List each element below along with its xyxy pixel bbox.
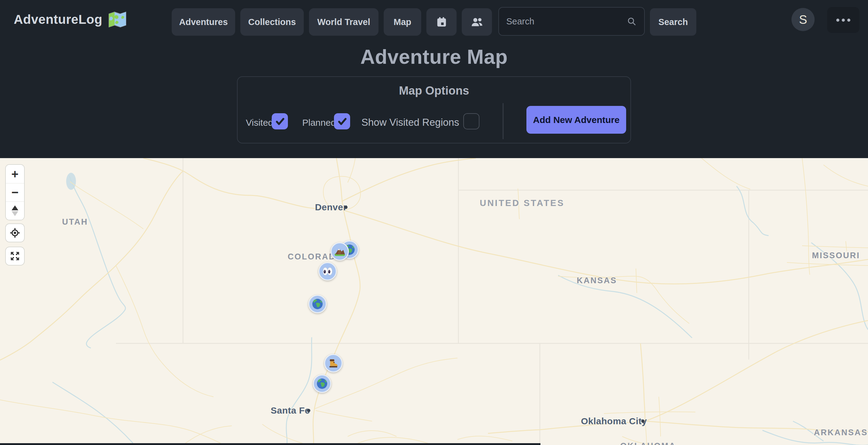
- zoom-control-group: + −: [5, 164, 25, 220]
- calendar-icon: [436, 16, 448, 28]
- water-layer: [53, 173, 868, 445]
- shared-users-button[interactable]: [462, 8, 492, 36]
- globe-icon: [312, 298, 323, 310]
- mountain-icon: [334, 246, 346, 257]
- ellipsis-icon: [836, 19, 839, 22]
- fullscreen-button[interactable]: [5, 247, 25, 266]
- geolocate-button[interactable]: [5, 224, 25, 242]
- state-label-missouri: MISSOURI: [812, 251, 860, 260]
- add-new-adventure-button[interactable]: Add New Adventure: [526, 106, 626, 134]
- footer-edge: [0, 443, 540, 445]
- marker-globe-2[interactable]: [308, 295, 327, 313]
- show-regions-checkbox[interactable]: [463, 113, 479, 129]
- marker-mountain[interactable]: [331, 242, 349, 261]
- nav-map[interactable]: Map: [384, 8, 421, 36]
- pitch-toggle-icon: [11, 205, 18, 216]
- search-icon: [626, 16, 637, 27]
- app-logo[interactable]: AdventureLog: [14, 0, 127, 39]
- avatar-initial: S: [799, 13, 807, 27]
- users-icon: [470, 15, 484, 29]
- search-button[interactable]: Search: [650, 8, 696, 36]
- nav-collections[interactable]: Collections: [240, 8, 304, 36]
- city-label-santa-fe: Santa Fe: [271, 405, 310, 416]
- app-name: AdventureLog: [14, 12, 102, 27]
- top-navbar: AdventureLog Adventures Collections Worl…: [0, 0, 868, 39]
- calendar-button[interactable]: [426, 8, 457, 36]
- zoom-out-button[interactable]: −: [6, 183, 24, 202]
- pitch-toggle-button[interactable]: [6, 202, 24, 220]
- visited-toggle-label: Visited: [246, 118, 273, 128]
- show-regions-toggle-label: Show Visited Regions: [362, 117, 459, 128]
- hiking-boot-icon: [328, 357, 339, 369]
- state-label-kansas: KANSAS: [577, 276, 617, 286]
- check-icon: [337, 116, 347, 127]
- page-title: Adventure Map: [0, 45, 868, 68]
- planned-toggle-label: Planned: [302, 118, 336, 128]
- country-label-united-states: UNITED STATES: [480, 198, 564, 208]
- state-label-arkansas: ARKANSAS: [814, 428, 868, 437]
- planned-checkbox[interactable]: [334, 113, 350, 129]
- check-icon: [275, 116, 285, 127]
- city-label-denver: Denver: [315, 202, 347, 212]
- city-dot-santa-fe: [307, 409, 310, 412]
- map-canvas[interactable]: UTAH COLORADO KANSAS MISSOURI OKLAHOMA A…: [0, 158, 868, 445]
- map-options-card: Map Options Visited Planned Show Visited…: [237, 76, 631, 144]
- state-label-utah: UTAH: [62, 217, 88, 227]
- state-label-oklahoma: OKLAHOMA: [620, 441, 676, 445]
- world-map-icon: [108, 11, 127, 28]
- nav-collections-label: Collections: [248, 17, 296, 27]
- fullscreen-icon: [9, 250, 21, 262]
- geolocate-icon: [9, 227, 21, 238]
- nav-adventures-label: Adventures: [179, 17, 228, 27]
- map-options-title: Map Options: [238, 84, 630, 97]
- more-menu-button[interactable]: [827, 7, 860, 33]
- nav-map-label: Map: [394, 17, 411, 27]
- search-input[interactable]: [506, 17, 626, 27]
- marker-globe-3[interactable]: [313, 375, 331, 393]
- zoom-in-button[interactable]: +: [6, 165, 24, 183]
- globe-icon: [316, 378, 328, 389]
- city-dot-oklahoma-city: [641, 420, 645, 423]
- basemap-layer: [0, 158, 868, 445]
- city-label-oklahoma-city: Oklahoma City: [581, 416, 647, 426]
- nav-world-travel-label: World Travel: [317, 17, 370, 27]
- marker-eyes[interactable]: [318, 262, 337, 280]
- nav-world-travel[interactable]: World Travel: [309, 8, 378, 36]
- marker-boot[interactable]: [324, 354, 342, 373]
- nav-adventures[interactable]: Adventures: [172, 8, 235, 36]
- eyes-icon: [322, 266, 333, 277]
- adventurelog-app: AdventureLog Adventures Collections Worl…: [0, 0, 868, 445]
- search-box: [498, 7, 645, 36]
- roads-layer: [0, 158, 868, 445]
- options-divider: [503, 103, 503, 139]
- avatar[interactable]: S: [792, 8, 815, 31]
- visited-checkbox[interactable]: [272, 113, 288, 129]
- city-dot-denver: [344, 206, 348, 209]
